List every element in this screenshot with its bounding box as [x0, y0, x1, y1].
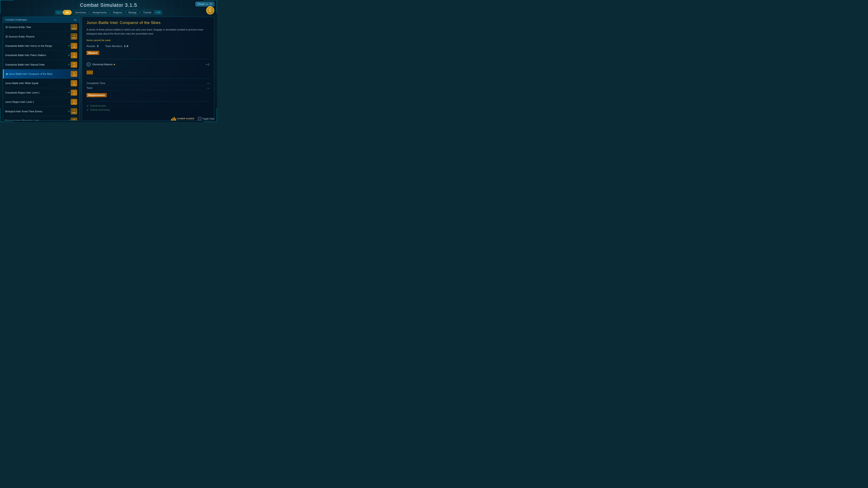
titan-badges: Lv.Sync	[71, 24, 77, 30]
challenge-item-titan[interactable]: ⚙ Summon Entity: Titan Lv.Sync	[3, 23, 79, 32]
rounds-label: Rounds	[87, 45, 95, 47]
team-members-label: Team Members	[105, 45, 122, 47]
main-content: Combat Challenges Lv. ⚙ Summon Entity: T…	[0, 17, 217, 121]
kt-check: ✔	[68, 110, 70, 113]
stats-row: Rounds 3 Team Members 1–3	[87, 45, 210, 47]
challenge-item-plains[interactable]: Grasslands Battle Intel: Plains Stalkers…	[3, 51, 79, 60]
team-row: Team ---	[87, 86, 210, 90]
toggle-data-label: Toggle Data	[202, 118, 214, 120]
challenge-item-junon-region[interactable]: Junon Region Intel: Level 1 Lv.22	[3, 97, 79, 107]
completion-time-value: ---	[207, 82, 210, 85]
challenge-item-know-thine[interactable]: Biological Intel: Know Thine Enemy ✔ Lv.…	[3, 107, 79, 116]
gg-bar-4	[175, 119, 176, 121]
tab-assignments[interactable]: Assignments	[90, 10, 110, 15]
bl-badges: ✔ Lv.Sync	[68, 118, 77, 121]
tab-nav-left[interactable]: L1 «	[55, 10, 62, 14]
list-header: Combat Challenges Lv.	[3, 17, 79, 23]
challenge-item-phoenix[interactable]: ⚙ Summon Entity: Phoenix Lv.Sync	[3, 32, 79, 41]
gamer-guides-text: GAMER GUIDES	[177, 118, 194, 120]
horror-lv-badge: Lv.19	[71, 43, 77, 49]
rounds-value: 3	[97, 45, 98, 47]
summon-phoenix-icon: ⚙	[5, 35, 8, 38]
toggle-data-area[interactable]: □ Toggle Data	[198, 117, 214, 120]
gri-badges: ✔ Lv.17	[68, 90, 77, 96]
team-members-value: 1–3	[124, 45, 128, 47]
tab-regions[interactable]: Regions	[110, 10, 125, 15]
requirement-stormwing: ✔ Defeat stormwing	[87, 108, 210, 112]
conqueror-badges: Lv.24	[71, 71, 77, 77]
team-label: Team	[87, 87, 93, 89]
requirement-fonadu: ✔ Defeat fonadu	[87, 104, 210, 108]
phoenix-badges: Lv.Sync	[71, 33, 77, 39]
list-col-challenges: Combat Challenges	[5, 18, 27, 21]
lv-corner-badge: Lv. 24	[206, 6, 214, 14]
gg-bars-icon	[171, 117, 176, 121]
req-text-2: Defeat stormwing	[90, 108, 110, 111]
player-badge: Cloud Lv. 24	[195, 2, 214, 6]
titan-lv-badge: Lv.Sync	[71, 24, 77, 30]
bonus-section: --- Completion Time --- Team ---	[87, 70, 210, 90]
conqueror-lv-badge: Lv.24	[71, 71, 77, 77]
gg-bar-2	[173, 118, 174, 121]
squall-lv-badge: Lv.23	[71, 80, 77, 86]
natural-lv-badge: Lv.20	[71, 62, 77, 68]
gamer-guides-badge: GAMER GUIDES	[171, 117, 194, 121]
req-check-1: ✔	[87, 104, 89, 107]
reward-row: ⊙ Elemental Materia ★ × 1	[87, 61, 210, 67]
player-level: Lv. 24	[206, 3, 212, 5]
detail-warning: Items cannot be used.	[87, 39, 210, 41]
team-members-stat: Team Members 1–3	[105, 45, 128, 47]
completion-time-label: Completion Time	[87, 82, 105, 85]
challenge-item-squall[interactable]: Junon Battle Intel: White Squall Lv.23	[3, 78, 79, 88]
detail-panel: Junon Battle Intel: Conqueror of the Ski…	[82, 17, 214, 121]
reward-divider	[87, 59, 210, 59]
plains-badges: ✔ Lv.20	[68, 52, 77, 58]
plains-lv-badge: Lv.20	[71, 52, 77, 58]
completion-time-row: Completion Time ---	[87, 81, 210, 86]
challenge-list-panel: Combat Challenges Lv. ⚙ Summon Entity: T…	[3, 17, 80, 121]
summon-titan-icon: ⚙	[5, 25, 8, 29]
reward-star: ★	[113, 63, 116, 66]
team-value: ---	[207, 87, 210, 89]
kt-lv-badge: Lv.Sync	[71, 108, 77, 114]
tab-tutorial[interactable]: Tutorial	[140, 10, 154, 15]
bl-lv-badge: Lv.Sync	[71, 118, 77, 121]
req-check-2: ✔	[87, 108, 89, 111]
tab-bar: L1 « All Summons Assignments Regions Bio…	[0, 10, 217, 17]
tab-nav-right[interactable]: » R1	[155, 10, 162, 14]
list-col-level: Lv.	[74, 18, 77, 21]
challenge-item-grasslands-region[interactable]: Grasslands Region Intel: Level 1 ✔ Lv.17	[3, 88, 79, 97]
challenge-item-conqueror[interactable]: ◆ Junon Battle Intel: Conqueror of the S…	[3, 69, 79, 78]
natural-check: ✔	[68, 63, 70, 66]
tab-biology[interactable]: Biology	[126, 10, 140, 15]
reward-section-header: Reward	[87, 51, 99, 55]
jri-lv-badge: Lv.22	[71, 99, 77, 105]
natural-badges: ✔ Lv.20	[68, 62, 77, 68]
gri-lv-badge: Lv.17	[71, 90, 77, 96]
gri-check: ✔	[68, 91, 70, 94]
player-name: Cloud	[197, 3, 205, 5]
bl-check: ✔	[68, 119, 70, 121]
horror-badges: ✔ Lv.19	[68, 43, 77, 49]
toggle-data-icon: □	[198, 117, 201, 120]
page-title: Combat Simulator 3.1.5	[0, 2, 217, 8]
detail-description: A series of three-person battles in whic…	[87, 28, 210, 36]
plains-check: ✔	[68, 54, 70, 57]
detail-title: Junon Battle Intel: Conqueror of the Ski…	[87, 21, 210, 25]
reward-item-name: Elemental Materia ★	[92, 63, 204, 66]
tab-all[interactable]: All	[63, 10, 72, 15]
requirements-section-header: Requirements	[87, 93, 107, 97]
gg-bar-1	[171, 119, 172, 121]
kt-badges: ✔ Lv.Sync	[68, 108, 77, 114]
req-text-1: Defeat fonadu	[90, 104, 106, 107]
tab-summons[interactable]: Summons	[72, 10, 89, 15]
reward-item-icon: ⊙	[87, 62, 91, 66]
challenge-item-blinded[interactable]: Biological Intel: Blinded by Light ✔ Lv.…	[3, 116, 79, 121]
horror-check: ✔	[68, 44, 70, 47]
header: Combat Simulator 3.1.5	[0, 0, 217, 10]
challenge-item-natural[interactable]: Grasslands Battle Intel: Natural Order ✔…	[3, 60, 79, 69]
phoenix-lv-badge: Lv.Sync	[71, 33, 77, 39]
reward-quantity: × 1	[206, 63, 210, 66]
challenge-item-horror[interactable]: Grasslands Battle Intel: Horror on the R…	[3, 41, 79, 51]
gg-bar-3	[174, 117, 175, 121]
